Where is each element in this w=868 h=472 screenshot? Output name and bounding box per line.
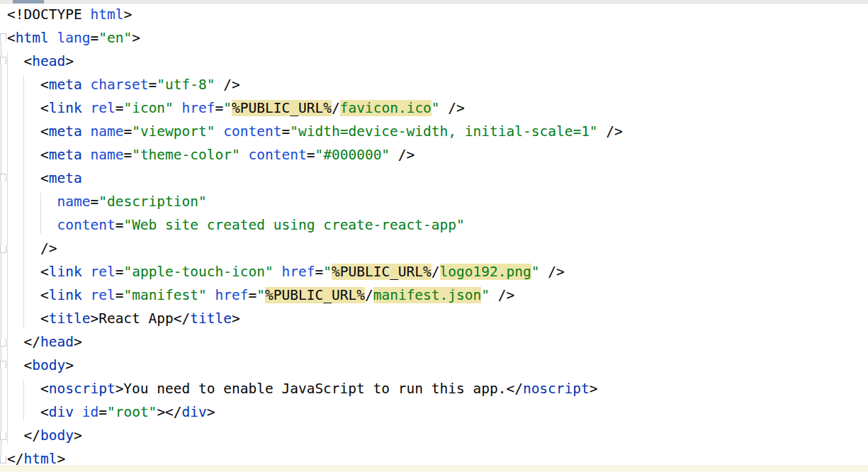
code-line[interactable]: </body> bbox=[7, 424, 623, 447]
code-line[interactable]: <body> bbox=[7, 354, 623, 377]
code-token-pl: < bbox=[7, 170, 49, 186]
code-token-pl: < bbox=[7, 53, 32, 69]
code-token-pl: = bbox=[90, 30, 98, 46]
code-token-str: "Web site created using create-react-app… bbox=[123, 217, 464, 233]
code-line[interactable]: <link rel="apple-touch-icon" href="%PUBL… bbox=[7, 260, 623, 283]
code-token-pl: ></ bbox=[157, 404, 181, 420]
code-token-pl bbox=[240, 147, 249, 163]
code-token-tag: head bbox=[32, 53, 65, 69]
code-token-pl: / bbox=[365, 287, 373, 303]
code-token-str: "root" bbox=[107, 404, 157, 420]
code-token-pl bbox=[49, 30, 57, 46]
code-line[interactable]: <meta name="viewport" content="width=dev… bbox=[7, 120, 623, 143]
code-token-pl bbox=[174, 100, 182, 116]
code-token-str: "en" bbox=[98, 30, 132, 46]
code-token-hlp: %PUBLIC_URL% bbox=[232, 100, 332, 116]
code-token-pl: = bbox=[115, 100, 124, 116]
code-token-attr: name bbox=[90, 147, 123, 163]
code-token-tag: title bbox=[190, 310, 232, 327]
code-token-pl: /> bbox=[390, 147, 415, 163]
code-token-pl: < bbox=[7, 30, 16, 46]
code-token-pl: </ bbox=[7, 451, 23, 467]
code-token-hlp: %PUBLIC_URL% bbox=[265, 287, 365, 303]
code-token-str: "theme-color" bbox=[132, 147, 240, 163]
code-token-pl: /> bbox=[7, 240, 57, 257]
code-token-pl: </ bbox=[7, 334, 40, 350]
code-line[interactable]: <title>React App</title> bbox=[7, 307, 623, 330]
code-token-pl bbox=[207, 287, 215, 303]
code-token-attr: href bbox=[281, 264, 315, 280]
code-token-tag: meta bbox=[49, 123, 82, 140]
code-token-str: "icon" bbox=[123, 100, 173, 116]
code-line[interactable]: <noscript>You need to enable JavaScript … bbox=[7, 377, 623, 400]
code-token-pl: > bbox=[132, 30, 140, 46]
code-line[interactable]: content="Web site created using create-r… bbox=[7, 213, 623, 237]
code-line[interactable]: </head> bbox=[7, 330, 623, 354]
horizontal-scrollbar-thumb[interactable] bbox=[13, 0, 44, 4]
code-token-attr: name bbox=[57, 193, 90, 210]
code-token-attr: content bbox=[249, 147, 307, 163]
code-token-str: " bbox=[323, 264, 332, 280]
code-token-pl: > bbox=[57, 451, 65, 467]
code-token-pl: <!DOCTYPE bbox=[7, 6, 82, 23]
code-token-pl: /> bbox=[215, 77, 240, 93]
code-token-attr: rel bbox=[90, 100, 115, 116]
code-token-pl bbox=[82, 147, 91, 163]
code-token-tag: div bbox=[49, 404, 74, 420]
code-token-tag: div bbox=[182, 404, 207, 420]
code-token-tag: link bbox=[49, 100, 82, 116]
code-line[interactable]: <div id="root"></div> bbox=[7, 400, 623, 424]
code-token-pl bbox=[7, 217, 57, 233]
code-token-pl: > bbox=[207, 404, 215, 420]
code-token-attr: href bbox=[182, 100, 215, 116]
code-token-pl: = bbox=[307, 147, 315, 163]
code-token-pl: < bbox=[7, 123, 49, 140]
code-token-pl: = bbox=[115, 287, 124, 303]
code-token-str: "width=device-width, initial-scale=1" bbox=[290, 123, 597, 140]
code-token-tag: title bbox=[49, 310, 91, 327]
code-token-pl: = bbox=[115, 264, 124, 280]
code-token-attr: charset bbox=[90, 77, 148, 93]
code-line[interactable]: <meta name="theme-color" content="#00000… bbox=[7, 143, 623, 167]
code-token-pl: > bbox=[123, 6, 132, 23]
code-line[interactable]: <link rel="icon" href="%PUBLIC_URL%/favi… bbox=[7, 96, 623, 120]
code-token-pl: > bbox=[74, 334, 82, 350]
code-token-attr: content bbox=[57, 217, 115, 233]
code-token-tag: html bbox=[16, 30, 49, 46]
code-token-pl: = bbox=[249, 287, 257, 303]
code-token-pl: / bbox=[432, 264, 440, 280]
code-line[interactable]: <!DOCTYPE html> bbox=[7, 3, 623, 26]
code-token-tag: body bbox=[32, 357, 65, 373]
code-token-pl: / bbox=[332, 100, 340, 116]
code-line[interactable]: <head> bbox=[7, 50, 623, 73]
code-token-pl: < bbox=[7, 287, 49, 303]
code-token-attr: rel bbox=[90, 287, 115, 303]
horizontal-scrollbar-track[interactable] bbox=[0, 0, 868, 4]
code-token-pl: > bbox=[65, 357, 74, 373]
code-token-pl: /> bbox=[598, 123, 623, 140]
code-token-tag: body bbox=[40, 427, 74, 444]
code-line[interactable]: <link rel="manifest" href="%PUBLIC_URL%/… bbox=[7, 283, 623, 307]
code-line[interactable]: name="description" bbox=[7, 190, 623, 213]
code-token-tag: link bbox=[49, 287, 82, 303]
code-token-pl: /> bbox=[539, 264, 564, 280]
code-line[interactable]: <meta charset="utf-8" /> bbox=[7, 73, 623, 96]
code-editor-window: <!DOCTYPE html><html lang="en"> <head> <… bbox=[0, 0, 868, 472]
code-token-attr: href bbox=[215, 287, 249, 303]
code-line[interactable]: <html lang="en"> bbox=[7, 26, 623, 50]
code-line[interactable]: <meta bbox=[7, 167, 623, 190]
code-token-pl: = bbox=[90, 193, 98, 210]
code-line[interactable]: /> bbox=[7, 237, 623, 260]
code-token-attr: rel bbox=[90, 264, 115, 280]
code-token-pl bbox=[82, 100, 91, 116]
code-token-str: "manifest" bbox=[123, 287, 206, 303]
code-token-pl: >React App</ bbox=[90, 310, 190, 327]
code-token-pl: < bbox=[7, 357, 32, 373]
code-token-pl: > bbox=[74, 427, 82, 444]
code-token-str: " bbox=[531, 264, 540, 280]
code-token-pl bbox=[74, 404, 82, 420]
code-token-pl bbox=[82, 287, 91, 303]
code-token-pl bbox=[82, 123, 91, 140]
code-area[interactable]: <!DOCTYPE html><html lang="en"> <head> <… bbox=[0, 3, 623, 471]
code-token-pl: /> bbox=[490, 287, 514, 303]
